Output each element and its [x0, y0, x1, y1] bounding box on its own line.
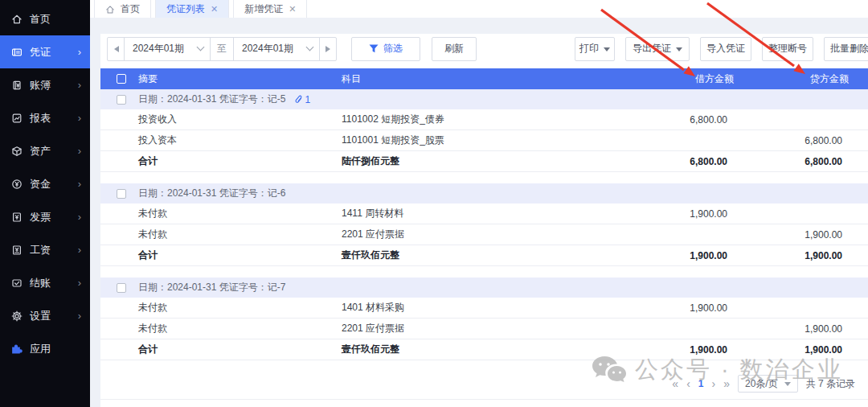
next-period-button[interactable]: [319, 37, 337, 61]
credit-amount-cell: 1,900.00: [734, 323, 849, 335]
tab-凭证列表[interactable]: 凭证列表✕: [155, 0, 229, 18]
print-button[interactable]: 打印: [575, 37, 615, 61]
voucher-group-header[interactable]: 日期：2024-01-31 凭证字号：记-7: [100, 278, 868, 298]
voucher-group-title: 日期：2024-01-31 凭证字号：记-6: [138, 187, 285, 200]
voucher-entry-row[interactable]: 投资收入1101002 短期投资_债券6,800.00: [100, 109, 868, 130]
period-to-value: 2024年01期: [242, 42, 293, 56]
voucher-group: 日期：2024-01-31 凭证字号：记-6未付款1411 周转材料1,900.…: [100, 183, 868, 266]
sidebar-item-label: 工资: [30, 243, 51, 257]
row-checkbox[interactable]: [117, 95, 126, 105]
voucher-group: 日期：2024-01-31 凭证字号：记-51投资收入1101002 短期投资_…: [100, 89, 868, 172]
account-cell: 1401 材料采购: [342, 301, 615, 314]
sidebar-item-设置[interactable]: 设置›: [0, 299, 90, 332]
batch-delete-button[interactable]: 批量删除: [824, 37, 868, 61]
chevron-right-icon: ›: [78, 245, 81, 255]
sidebar-item-资金[interactable]: 资金›: [0, 167, 90, 200]
next-page-button[interactable]: ›: [712, 378, 716, 389]
prev-period-button[interactable]: [107, 37, 125, 61]
close-icon[interactable]: ✕: [289, 5, 296, 14]
debit-amount-cell: 6,800.00: [615, 114, 734, 125]
sidebar-item-发票[interactable]: 发票›: [0, 200, 90, 233]
sidebar-item-label: 资产: [30, 144, 51, 158]
batch-delete-label: 批量删除: [830, 42, 868, 56]
funds-icon: [10, 178, 23, 190]
select-all-checkbox[interactable]: [117, 74, 126, 84]
sidebar-item-label: 账簿: [30, 78, 51, 92]
chevron-down-icon: [306, 43, 314, 51]
import-voucher-button[interactable]: 导入凭证: [700, 37, 751, 61]
period-from-select[interactable]: 2024年01期: [124, 37, 211, 61]
account-cell: 陆仟捌佰元整: [342, 154, 615, 168]
invoice-icon: [10, 211, 23, 223]
gear-icon: [10, 310, 23, 322]
sidebar-item-label: 资金: [30, 177, 51, 191]
sidebar-item-应用[interactable]: 应用: [0, 332, 90, 365]
salary-icon: [10, 244, 23, 256]
export-voucher-button[interactable]: 导出凭证: [625, 37, 690, 61]
filter-button[interactable]: 筛选: [351, 37, 420, 61]
voucher-total-row[interactable]: 合计壹仟玖佰元整1,900.001,900.00: [100, 339, 868, 360]
row-checkbox[interactable]: [117, 189, 126, 199]
home-icon: [105, 4, 115, 14]
row-checkbox[interactable]: [117, 283, 126, 293]
table-header-row: 摘要 科目 借方金额 贷方金额: [100, 68, 868, 89]
voucher-group-header[interactable]: 日期：2024-01-31 凭证字号：记-6: [100, 183, 868, 204]
debit-amount-cell: 6,800.00: [615, 156, 734, 167]
voucher-entry-row[interactable]: 未付款2201 应付票据1,900.00: [100, 224, 868, 245]
account-cell: 2201 应付票据: [342, 322, 615, 335]
sidebar-item-label: 设置: [30, 309, 51, 323]
tab-bar: 首页凭证列表✕新增凭证✕: [90, 0, 868, 18]
filter-label: 筛选: [383, 42, 403, 56]
last-page-button[interactable]: »: [723, 378, 730, 389]
footer-divider: [100, 399, 868, 400]
sidebar-item-账簿[interactable]: 账簿›: [0, 68, 90, 101]
debit-amount-cell: 1,900.00: [615, 302, 734, 314]
refresh-label: 刷新: [444, 42, 464, 56]
voucher-entry-row[interactable]: 未付款1411 周转材料1,900.00: [100, 204, 868, 224]
account-cell: 1101002 短期投资_债券: [342, 113, 615, 126]
period-from-value: 2024年01期: [133, 42, 184, 56]
summary-cell: 未付款: [138, 228, 342, 241]
sidebar-item-label: 结账: [30, 276, 51, 290]
tab-新增凭证[interactable]: 新增凭证✕: [233, 0, 307, 18]
voucher-total-row[interactable]: 合计壹仟玖佰元整1,900.001,900.00: [100, 245, 868, 266]
attachment-link[interactable]: 1: [295, 94, 310, 105]
refresh-button[interactable]: 刷新: [432, 37, 477, 61]
import-label: 导入凭证: [706, 42, 745, 56]
sidebar-item-凭证[interactable]: 凭证›: [0, 35, 90, 68]
tab-首页[interactable]: 首页: [94, 0, 151, 18]
page-size-value: 20条/页: [745, 377, 778, 391]
close-icon[interactable]: ✕: [211, 5, 218, 14]
arrange-numbers-button[interactable]: 整理断号: [762, 37, 813, 61]
voucher-entry-row[interactable]: 未付款1401 材料采购1,900.00: [100, 298, 868, 319]
sidebar-item-资产[interactable]: 资产›: [0, 134, 90, 167]
period-to-select[interactable]: 2024年01期: [233, 37, 320, 61]
first-page-button[interactable]: «: [672, 378, 678, 389]
sidebar-item-工资[interactable]: 工资›: [0, 233, 90, 266]
summary-cell: 投入资本: [138, 134, 342, 147]
page-size-select[interactable]: 20条/页: [738, 375, 798, 393]
summary-cell: 未付款: [138, 322, 342, 335]
closing-icon: [10, 277, 23, 289]
sidebar-item-报表[interactable]: 报表›: [0, 101, 90, 134]
chevron-right-icon: ›: [78, 113, 81, 123]
sidebar-item-label: 发票: [30, 210, 51, 224]
column-header-account: 科目: [342, 72, 615, 86]
voucher-total-row[interactable]: 合计陆仟捌佰元整6,800.006,800.00: [100, 151, 868, 172]
sidebar-item-label: 凭证: [30, 45, 51, 60]
sidebar-item-首页[interactable]: 首页: [0, 2, 90, 35]
voucher-entry-row[interactable]: 未付款2201 应付票据1,900.00: [100, 319, 868, 339]
account-cell: 壹仟玖佰元整: [342, 343, 615, 356]
prev-page-button[interactable]: ‹: [686, 378, 690, 389]
credit-amount-cell: 1,900.00: [734, 250, 849, 261]
sidebar-item-结账[interactable]: 结账›: [0, 266, 90, 299]
tab-label: 新增凭证: [244, 2, 283, 16]
current-page-number[interactable]: 1: [698, 379, 704, 388]
column-header-credit: 贷方金额: [734, 72, 849, 86]
chevron-right-icon: ›: [78, 47, 81, 57]
home-icon: [10, 13, 23, 25]
voucher-icon: [10, 46, 23, 58]
voucher-group-header[interactable]: 日期：2024-01-31 凭证字号：记-51: [100, 89, 868, 109]
chevron-right-icon: ›: [78, 179, 81, 189]
voucher-entry-row[interactable]: 投入资本1101001 短期投资_股票6,800.00: [100, 130, 868, 151]
